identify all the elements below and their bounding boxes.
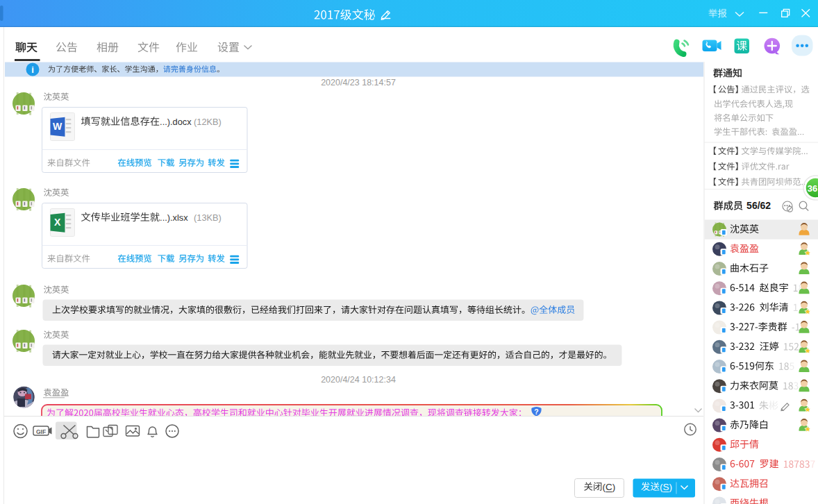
svg-text:56/62: 56/62 — [746, 200, 771, 211]
svg-text:W: W — [53, 121, 62, 132]
svg-text:2020/4/24 10:12:34: 2020/4/24 10:12:34 — [321, 375, 396, 385]
svg-text:36: 36 — [808, 183, 817, 194]
svg-text:GIF: GIF — [36, 428, 46, 435]
svg-text:i: i — [31, 65, 34, 75]
svg-text:...).xlsx: ...).xlsx — [160, 212, 188, 223]
svg-text:(S): (S) — [660, 482, 672, 492]
svg-text:2020/4/23 18:14:57: 2020/4/23 18:14:57 — [321, 78, 396, 87]
svg-text:(13KB): (13KB) — [194, 212, 222, 223]
svg-text:...).docx: ...).docx — [160, 117, 192, 127]
svg-text:?: ? — [534, 408, 538, 416]
svg-text:X: X — [54, 217, 61, 228]
svg-text:(C): (C) — [603, 482, 616, 492]
svg-text:(12KB): (12KB) — [194, 117, 222, 127]
